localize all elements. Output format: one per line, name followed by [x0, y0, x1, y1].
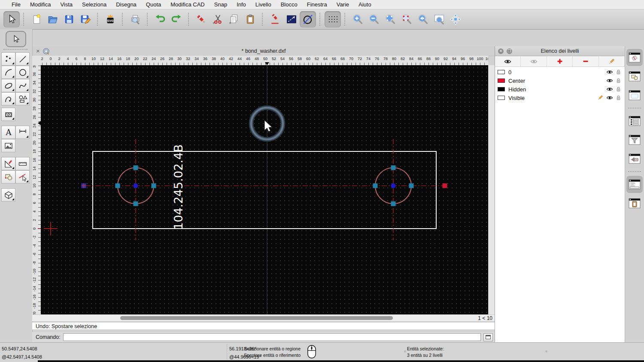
ruler-label: 6 [75, 57, 77, 61]
menu-item-seleziona[interactable]: Seleziona [77, 1, 111, 8]
menu-item-blocco[interactable]: Blocco [276, 1, 302, 8]
zoom-window-button[interactable] [431, 11, 447, 27]
view-window-button[interactable] [626, 150, 643, 167]
drawing-canvas[interactable]: 104.245.02.4B [41, 65, 488, 314]
centerlines[interactable] [85, 139, 444, 240]
cut-button[interactable]: + [210, 11, 226, 27]
zoom-previous-button[interactable] [415, 11, 431, 27]
selection-arrow-button[interactable] [3, 11, 20, 27]
zoom-selection-button[interactable] [398, 11, 415, 27]
menu-item-disegna[interactable]: Disegna [111, 1, 141, 8]
undo-button[interactable] [152, 11, 168, 27]
block-list-window-button[interactable] [626, 68, 643, 85]
command-options-button[interactable] [483, 333, 493, 341]
layer-lock-icon[interactable] [616, 78, 621, 84]
zoom-pan-button[interactable] [447, 11, 464, 27]
zoom-out-button[interactable] [366, 11, 382, 27]
svg-export-button[interactable]: SVG [102, 11, 118, 27]
horizontal-scrollbar[interactable]: 1 < 10 [32, 314, 495, 322]
selection-filter-window-button[interactable] [626, 131, 643, 148]
layer-row[interactable]: Center [495, 76, 625, 85]
grid-toggle-button[interactable] [325, 11, 341, 27]
modify-tool-button[interactable] [1, 157, 15, 170]
layer-row[interactable]: Visible [495, 94, 625, 102]
layer-lock-icon[interactable] [616, 95, 621, 101]
layer-list-window-button[interactable] [626, 49, 643, 66]
dimension-tool-button[interactable] [15, 126, 30, 139]
layer-lock-icon[interactable] [616, 86, 621, 92]
washer-outline-rect[interactable] [93, 151, 436, 229]
layer-visibility-eye-icon[interactable] [606, 78, 613, 83]
line-attributes-button[interactable] [283, 11, 300, 27]
print-preview-button[interactable] [127, 11, 143, 27]
circle-center-handle-right[interactable] [391, 184, 396, 188]
spline-tool-button[interactable] [15, 79, 30, 92]
add-layer-button[interactable] [547, 56, 573, 66]
menu-item-livello[interactable]: Livello [251, 1, 276, 8]
text-tool-button[interactable]: A [1, 126, 15, 139]
redo-button[interactable] [168, 11, 185, 27]
zoom-auto-button[interactable] [382, 11, 398, 27]
menu-item-snap[interactable]: Snap [210, 1, 232, 8]
library-browser-window-button[interactable] [626, 87, 643, 104]
zoom-in-button[interactable] [349, 11, 366, 27]
clipboard-window-button[interactable] [626, 195, 643, 212]
ruler-label: 12 [32, 174, 36, 181]
layer-edit-pencil-icon[interactable] [597, 95, 603, 101]
open-file-button[interactable] [45, 11, 61, 27]
menu-item-file[interactable]: File [7, 1, 25, 8]
part-number-label[interactable]: 104.245.02.4B [172, 145, 185, 230]
solid-3d-tool-button[interactable] [1, 188, 15, 202]
hide-all-layers-button[interactable] [521, 56, 547, 66]
ellipse-tool-button[interactable] [1, 79, 15, 92]
hatch-tool-button[interactable] [1, 108, 15, 121]
select-entity-tool-button[interactable] [15, 170, 30, 184]
layer-visibility-eye-icon[interactable] [606, 95, 613, 100]
circle-tool-button[interactable] [15, 66, 30, 79]
menu-item-modifica[interactable]: Modifica [25, 1, 55, 8]
selection-pointer-button[interactable] [6, 31, 26, 47]
centerline-end-handle-left[interactable] [82, 184, 86, 188]
menu-item-quota[interactable]: Quota [141, 1, 166, 8]
ruler-label: 2 [41, 57, 43, 61]
polyline-tool-button[interactable] [1, 92, 15, 106]
new-document-button[interactable] [28, 11, 45, 27]
measure-tool-button[interactable] [15, 157, 30, 170]
menu-item-vista[interactable]: Vista [55, 1, 77, 8]
show-all-layers-button[interactable] [495, 56, 521, 66]
layer-row[interactable]: 0 [495, 68, 625, 76]
menu-item-info[interactable]: Info [232, 1, 251, 8]
command-input[interactable] [63, 333, 481, 341]
menu-item-aiuto[interactable]: Aiuto [354, 1, 376, 8]
layer-visibility-eye-icon[interactable] [606, 69, 613, 75]
paste-button[interactable] [242, 11, 258, 27]
menu-item-varie[interactable]: Varie [332, 1, 354, 8]
centerline-end-handle-right[interactable] [443, 184, 447, 188]
layer-lock-icon[interactable] [616, 69, 621, 75]
menu-item-finestra[interactable]: Finestra [302, 1, 332, 8]
vertical-scrollbar[interactable] [488, 65, 495, 314]
points-tool-button[interactable] [1, 52, 15, 66]
horizontal-scrollbar-thumb[interactable] [120, 316, 393, 320]
command-line-window-button[interactable] [626, 176, 643, 193]
line-tool-button[interactable] [15, 52, 30, 66]
pencil-icon [608, 58, 615, 65]
erase-button[interactable] [193, 11, 210, 27]
menu-item-modifica-cad[interactable]: Modifica CAD [166, 1, 209, 8]
block-tool-button[interactable] [1, 170, 15, 184]
image-tool-button[interactable] [1, 139, 15, 152]
property-editor-window-button[interactable] [626, 112, 643, 130]
edit-layer-button[interactable] [599, 56, 625, 66]
save-as-button[interactable] [77, 11, 94, 27]
layer-visibility-eye-icon[interactable] [606, 87, 613, 92]
remove-layer-button[interactable] [573, 56, 598, 66]
copy-button[interactable]: + [226, 11, 242, 27]
arc-tool-button[interactable] [1, 66, 15, 79]
shapes-tool-button[interactable] [15, 92, 30, 106]
circle-center-handle-left[interactable] [134, 184, 138, 188]
layer-row[interactable]: Hidden [495, 85, 625, 94]
attribute-pen-button[interactable] [267, 11, 283, 27]
construction-circle-button[interactable] [300, 11, 316, 27]
status-bar: 50.5497,24.5408 @42.5497,14.5408 56.1918… [0, 342, 644, 362]
save-button[interactable] [61, 11, 77, 27]
